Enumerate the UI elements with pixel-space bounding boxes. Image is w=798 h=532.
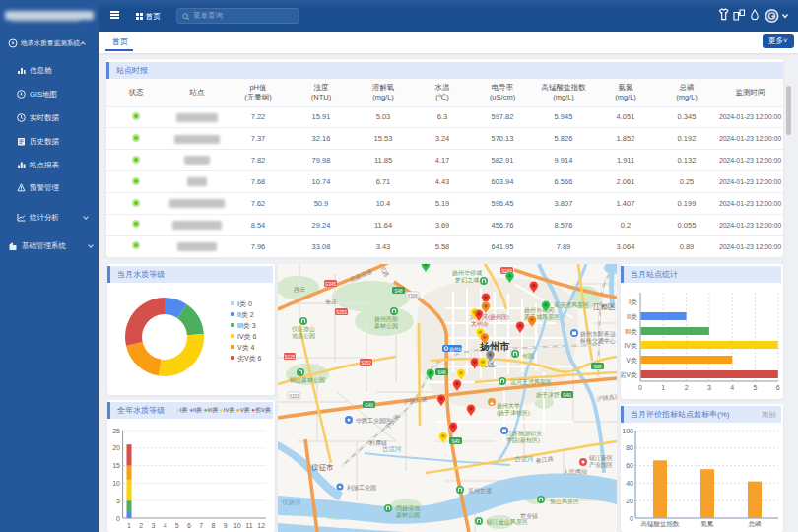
svg-text:氨氮: 氨氮 <box>701 520 715 527</box>
svg-text:I类: I类 <box>629 299 637 305</box>
svg-text:III类: III类 <box>625 328 637 335</box>
svg-text:12: 12 <box>257 522 265 529</box>
svg-text:古运河: 古运河 <box>514 455 534 463</box>
svg-text:80: 80 <box>626 444 633 451</box>
svg-text:0: 0 <box>630 515 633 522</box>
svg-text:3: 3 <box>707 384 711 391</box>
svg-text:S353: S353 <box>336 310 347 315</box>
svg-text:1: 1 <box>661 384 665 391</box>
svg-text:25: 25 <box>112 428 120 434</box>
svg-text:10: 10 <box>233 522 241 529</box>
svg-text:100: 100 <box>622 428 633 434</box>
svg-text:(扬子津校区): (扬子津校区) <box>497 409 530 417</box>
svg-text:11: 11 <box>245 522 252 529</box>
svg-text:劣V类: 劣V类 <box>621 371 637 379</box>
svg-text:S48: S48 <box>394 289 403 294</box>
svg-text:镇江新区: 镇江新区 <box>588 454 613 461</box>
svg-text:6: 6 <box>187 522 191 529</box>
svg-text:焦山风景区: 焦山风景区 <box>550 498 579 505</box>
svg-text:G345: G345 <box>325 282 337 287</box>
svg-text:5: 5 <box>754 384 758 391</box>
svg-text:扬州华侨城: 扬州华侨城 <box>452 270 482 277</box>
svg-text:茱萸湾风景区: 茱萸湾风景区 <box>554 301 589 309</box>
svg-text:5: 5 <box>175 522 179 529</box>
svg-text:0: 0 <box>116 515 120 522</box>
svg-text:枢纽交通中心: 枢纽交通中心 <box>580 337 616 344</box>
svg-text:II类 2: II类 2 <box>237 311 254 318</box>
svg-text:闰扬湿地: 闰扬湿地 <box>396 504 421 512</box>
svg-text:仪扬河: 仪扬河 <box>282 499 301 506</box>
svg-text:西庄: 西庄 <box>294 286 305 294</box>
svg-text:运河三湾风景区: 运河三湾风景区 <box>510 378 552 386</box>
svg-text:4: 4 <box>164 522 167 529</box>
svg-text:古运河: 古运河 <box>382 445 402 453</box>
svg-text:劣V类 6: 劣V类 6 <box>237 355 262 363</box>
svg-text:大明寺: 大明寺 <box>471 320 489 327</box>
svg-text:G40: G40 <box>365 403 373 408</box>
svg-text:60: 60 <box>626 462 633 469</box>
svg-text:1: 1 <box>127 522 131 529</box>
svg-text:扬州东部客运: 扬州东部客运 <box>580 330 616 338</box>
svg-text:4: 4 <box>730 384 734 391</box>
svg-text:仪征捺山: 仪征捺山 <box>292 325 315 333</box>
svg-text:人民闸坝: 人民闸坝 <box>563 469 587 476</box>
svg-text:朱庄: 朱庄 <box>325 299 337 305</box>
svg-text:森林公园: 森林公园 <box>374 323 398 330</box>
svg-text:S48: S48 <box>437 370 446 375</box>
svg-text:X306: X306 <box>407 294 418 299</box>
svg-text:S49: S49 <box>451 439 460 444</box>
svg-text:S125: S125 <box>285 355 296 360</box>
svg-text:扬州西部: 扬州西部 <box>374 315 398 323</box>
svg-text:2: 2 <box>685 384 689 391</box>
svg-text:S28: S28 <box>593 365 602 369</box>
svg-text:S352: S352 <box>361 361 371 366</box>
svg-text:梦幻之城: 梦幻之城 <box>454 276 479 284</box>
svg-text:IV类: IV类 <box>624 342 637 349</box>
svg-text:0: 0 <box>638 384 642 391</box>
svg-text:总磷: 总磷 <box>748 520 763 527</box>
svg-text:铜山森林公园: 铜山森林公园 <box>289 376 325 384</box>
svg-text:10: 10 <box>112 480 120 487</box>
svg-text:8: 8 <box>211 522 215 529</box>
svg-text:II类: II类 <box>627 313 637 320</box>
svg-text:20: 20 <box>112 444 120 451</box>
svg-text:江苏旅游职业: 江苏旅游职业 <box>506 430 542 437</box>
svg-text:X201: X201 <box>289 394 299 399</box>
svg-text:扬州大学: 扬州大学 <box>497 402 520 410</box>
svg-text:高锰酸盐指数: 高锰酸盐指数 <box>641 520 681 528</box>
svg-text:15: 15 <box>112 462 120 469</box>
svg-text:瓜州古渡: 瓜州古渡 <box>468 487 492 495</box>
svg-text:7: 7 <box>199 522 203 529</box>
svg-text:III类 3: III类 3 <box>237 322 256 329</box>
svg-text:学院(新校区): 学院(新校区) <box>506 436 540 444</box>
svg-text:江都区: 江都区 <box>593 302 616 311</box>
svg-text:20: 20 <box>626 498 633 504</box>
svg-text:IV类 6: IV类 6 <box>237 333 257 340</box>
svg-text:镇江金山风景区: 镇江金山风景区 <box>486 518 528 525</box>
svg-text:9: 9 <box>224 522 228 529</box>
svg-text:V类 4: V类 4 <box>237 344 255 351</box>
svg-text:产业园区: 产业园区 <box>589 461 613 469</box>
svg-text:何园: 何园 <box>522 353 534 360</box>
svg-text:森林公园: 森林公园 <box>396 512 420 519</box>
svg-text:2: 2 <box>139 522 143 529</box>
svg-text:3: 3 <box>151 522 155 529</box>
svg-text:6: 6 <box>776 384 780 391</box>
svg-text:利浦工业园: 利浦工业园 <box>346 484 376 492</box>
svg-text:仪征市: 仪征市 <box>311 463 334 472</box>
svg-text:V类: V类 <box>626 357 637 364</box>
svg-text:地质公园: 地质公园 <box>292 333 315 340</box>
svg-text:5: 5 <box>116 498 120 504</box>
svg-text:I类 0: I类 0 <box>237 300 252 307</box>
svg-text:G40: G40 <box>563 393 571 398</box>
svg-text:40: 40 <box>626 480 633 487</box>
